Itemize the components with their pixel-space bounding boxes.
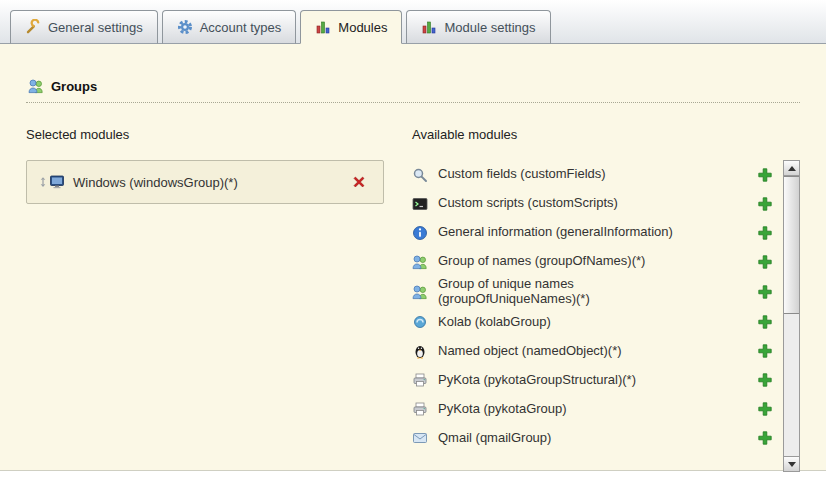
windows-icon xyxy=(49,174,65,190)
printer-icon xyxy=(412,372,428,388)
content-panel: Groups Selected modules Windows (windows… xyxy=(0,43,826,471)
available-modules-list: Custom fields (customFields) Custom scri… xyxy=(412,160,783,472)
section-title: Groups xyxy=(51,79,97,94)
group-icon xyxy=(412,284,428,300)
available-module-row: Custom fields (customFields) xyxy=(412,160,783,189)
magnifier-icon xyxy=(412,167,428,183)
scrollbar-down-button[interactable] xyxy=(784,456,799,471)
available-module-row: Group of names (groupOfNames)(*) xyxy=(412,247,783,276)
available-modules-wrap: Custom fields (customFields) Custom scri… xyxy=(412,160,800,472)
selected-modules-box: Windows (windowsGroup)(*) xyxy=(26,160,384,204)
available-module-row: Kolab (kolabGroup) xyxy=(412,308,783,337)
add-module-button[interactable] xyxy=(757,167,773,183)
drag-handle-icon[interactable] xyxy=(37,174,49,190)
scrollbar-thumb[interactable] xyxy=(784,176,799,314)
available-modules-column: Available modules Custom fields (customF… xyxy=(412,127,800,472)
available-module-row: Group of unique names (groupOfUniqueName… xyxy=(412,276,783,308)
wrench-icon xyxy=(25,19,41,35)
tab-bar: General settings Account types Modules M… xyxy=(0,0,826,43)
gear-icon xyxy=(177,19,193,35)
available-module-row: Custom scripts (customScripts) xyxy=(412,189,783,218)
tab-modules[interactable]: Modules xyxy=(300,10,402,44)
lam-configuration-page: General settings Account types Modules M… xyxy=(0,0,826,481)
tab-module-settings[interactable]: Module settings xyxy=(406,10,550,44)
available-module-row: Qmail (qmailGroup) xyxy=(412,424,783,453)
info-icon xyxy=(412,225,428,241)
printer-icon xyxy=(412,401,428,417)
available-modules-heading: Available modules xyxy=(412,127,800,142)
add-module-button[interactable] xyxy=(757,225,773,241)
tab-account-types[interactable]: Account types xyxy=(162,10,297,44)
add-module-button[interactable] xyxy=(757,196,773,212)
available-modules-scrollbar[interactable] xyxy=(783,160,800,472)
add-module-button[interactable] xyxy=(757,372,773,388)
down-arrow-icon xyxy=(788,462,796,467)
add-module-button[interactable] xyxy=(757,401,773,417)
add-module-button[interactable] xyxy=(757,254,773,270)
modules-icon xyxy=(315,19,331,35)
add-module-button[interactable] xyxy=(757,284,773,300)
kolab-icon xyxy=(412,314,428,330)
selected-module-row: Windows (windowsGroup)(*) xyxy=(33,167,377,197)
mail-icon xyxy=(412,430,428,446)
scrollbar-up-button[interactable] xyxy=(784,161,799,176)
add-module-button[interactable] xyxy=(757,343,773,359)
available-module-row: PyKota (pykotaGroupStructural)(*) xyxy=(412,366,783,395)
add-module-button[interactable] xyxy=(757,314,773,330)
available-module-row: PyKota (pykotaGroup) xyxy=(412,395,783,424)
group-icon xyxy=(412,254,428,270)
available-module-row: General information (generalInformation) xyxy=(412,218,783,247)
selected-modules-column: Selected modules Windows (windowsGroup)(… xyxy=(26,127,384,472)
tab-general-settings[interactable]: General settings xyxy=(10,10,158,44)
terminal-icon xyxy=(412,196,428,212)
remove-module-button[interactable] xyxy=(351,174,367,190)
groups-icon xyxy=(28,78,44,94)
modules-columns: Selected modules Windows (windowsGroup)(… xyxy=(26,127,800,472)
available-module-row: Named object (namedObject)(*) xyxy=(412,337,783,366)
penguin-icon xyxy=(412,343,428,359)
section-header: Groups xyxy=(26,78,800,103)
up-arrow-icon xyxy=(788,166,796,171)
selected-modules-heading: Selected modules xyxy=(26,127,384,142)
add-module-button[interactable] xyxy=(757,430,773,446)
module-settings-icon xyxy=(421,19,437,35)
